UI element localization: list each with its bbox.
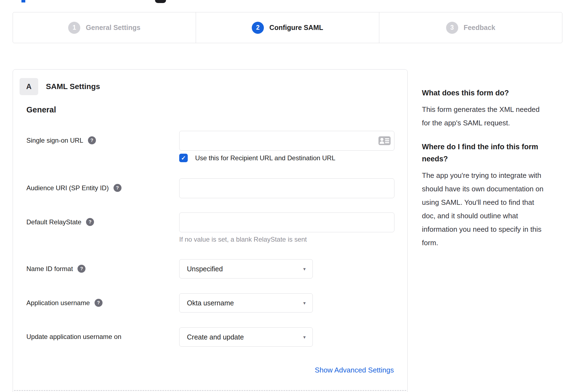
sidebar-section: What does this form do? This form genera… bbox=[422, 87, 546, 130]
recipient-url-checkbox-row: ✓ Use this for Recipient URL and Destina… bbox=[179, 154, 335, 162]
field-label: Single sign-on URL ? bbox=[26, 136, 96, 144]
top-cropped-fragment-dark bbox=[155, 0, 166, 3]
default-relaystate-input-wrap bbox=[179, 212, 394, 232]
step-feedback[interactable]: 3 Feedback bbox=[379, 12, 562, 43]
field-label-text: Name ID format bbox=[26, 265, 73, 273]
relaystate-hint-text: If no value is set, a blank RelayState i… bbox=[179, 236, 307, 243]
selected-value: Okta username bbox=[187, 299, 234, 307]
help-icon[interactable]: ? bbox=[88, 136, 96, 144]
sidebar-section: Where do I find the info this form needs… bbox=[422, 141, 546, 250]
dropdown-arrow-icon: ▼ bbox=[302, 335, 306, 339]
general-section-heading: General bbox=[26, 105, 56, 114]
step-label: Configure SAML bbox=[269, 24, 323, 32]
single-sign-on-url-input[interactable] bbox=[179, 131, 394, 151]
field-label-text: Update application username on bbox=[26, 333, 121, 341]
help-icon[interactable]: ? bbox=[114, 184, 121, 192]
default-relaystate-input[interactable] bbox=[179, 212, 394, 232]
section-divider bbox=[14, 390, 406, 391]
show-advanced-settings-link[interactable]: Show Advanced Settings bbox=[315, 366, 394, 374]
panel-header: A SAML Settings bbox=[20, 78, 100, 95]
single-sign-on-url-input-wrap bbox=[179, 131, 394, 151]
field-label: Application username ? bbox=[26, 299, 103, 307]
step-configure-saml[interactable]: 2 Configure SAML bbox=[196, 12, 379, 43]
field-label: Audience URI (SP Entity ID) ? bbox=[26, 184, 121, 192]
step-number-badge: 1 bbox=[68, 22, 80, 34]
help-icon[interactable]: ? bbox=[95, 299, 103, 307]
field-label: Default RelayState ? bbox=[26, 218, 94, 226]
dropdown-arrow-icon: ▼ bbox=[302, 301, 306, 305]
help-sidebar: What does this form do? This form genera… bbox=[422, 87, 546, 261]
panel-title: SAML Settings bbox=[46, 82, 100, 91]
update-app-username-select[interactable]: Create and update ▼ bbox=[179, 327, 313, 347]
sidebar-body-text: This form generates the XML needed for t… bbox=[422, 103, 546, 130]
sidebar-body-text: The app you're trying to integrate with … bbox=[422, 169, 546, 250]
help-icon[interactable]: ? bbox=[86, 218, 94, 226]
field-label-text: Audience URI (SP Entity ID) bbox=[26, 184, 109, 192]
sidebar-heading: What does this form do? bbox=[422, 87, 546, 99]
application-username-select[interactable]: Okta username ▼ bbox=[179, 293, 313, 313]
field-label: Name ID format ? bbox=[26, 265, 85, 273]
audience-uri-input-wrap bbox=[179, 178, 394, 198]
dropdown-arrow-icon: ▼ bbox=[302, 267, 306, 271]
step-number-badge: 3 bbox=[446, 22, 458, 34]
section-a-badge: A bbox=[20, 78, 38, 95]
step-label: General Settings bbox=[86, 24, 140, 32]
field-label-text: Single sign-on URL bbox=[26, 137, 83, 144]
sidebar-heading: Where do I find the info this form needs… bbox=[422, 141, 546, 165]
top-cropped-fragment-blue bbox=[21, 0, 25, 2]
step-general-settings[interactable]: 1 General Settings bbox=[13, 12, 196, 43]
configure-saml-page: 1 General Settings 2 Configure SAML 3 Fe… bbox=[0, 0, 575, 392]
name-id-format-select[interactable]: Unspecified ▼ bbox=[179, 259, 313, 278]
field-label-text: Default RelayState bbox=[26, 218, 81, 226]
step-number-badge: 2 bbox=[252, 22, 264, 34]
contact-card-icon[interactable] bbox=[378, 136, 391, 145]
field-label-text: Application username bbox=[26, 299, 90, 307]
selected-value: Create and update bbox=[187, 333, 244, 341]
field-label: Update application username on bbox=[26, 333, 121, 341]
help-icon[interactable]: ? bbox=[78, 265, 85, 273]
saml-settings-panel: A SAML Settings General Single sign-on U… bbox=[13, 69, 408, 392]
recipient-url-checkbox-label: Use this for Recipient URL and Destinati… bbox=[195, 154, 335, 162]
recipient-url-checkbox[interactable]: ✓ bbox=[179, 154, 188, 162]
wizard-stepper: 1 General Settings 2 Configure SAML 3 Fe… bbox=[13, 12, 562, 43]
step-label: Feedback bbox=[464, 24, 495, 32]
audience-uri-input[interactable] bbox=[179, 178, 394, 198]
selected-value: Unspecified bbox=[187, 265, 223, 273]
